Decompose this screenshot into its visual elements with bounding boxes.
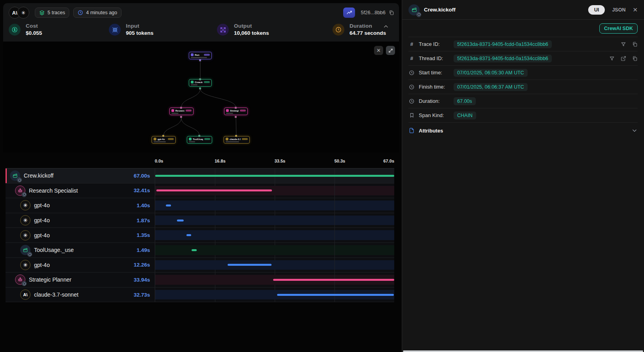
span-bar[interactable] — [155, 175, 394, 177]
connector-dot — [199, 78, 201, 80]
axis-tick: 50.3s — [334, 159, 346, 163]
trace-main-column: A\ ✳ 5 traces 4 minutes ago 5f26...8bb6 — [0, 0, 402, 352]
crewai-sub-badge-icon — [416, 12, 421, 17]
span-bar[interactable] — [192, 249, 197, 251]
clock-icon — [78, 10, 83, 15]
provider-avatars: A\ ✳ — [9, 7, 29, 19]
collapse-metrics-chevron-icon[interactable] — [383, 24, 389, 29]
trace-graph-panel[interactable]: Run Crew.kickoff Research Speciali... St… — [3, 42, 399, 152]
bookmark-icon — [408, 113, 415, 118]
axis-tick: 16.8s — [215, 159, 226, 163]
agent-icon — [226, 109, 229, 112]
graph-expand-button[interactable] — [386, 46, 395, 55]
span-details-panel: Crew.kickoff UI JSON ✕ CrewAI SDK # Trac… — [402, 0, 644, 352]
axis-tick: 67.0s — [383, 159, 394, 163]
filter-icon[interactable] — [621, 42, 626, 47]
graph-node-gpt-4o[interactable]: gpt-4o — [152, 136, 176, 144]
anthropic-icon: A\ — [20, 290, 30, 300]
span-row-gpt-4o[interactable]: ✳ gpt-4o 1.40s — [6, 198, 394, 213]
openai-icon: ✳ — [20, 260, 30, 270]
tool-icon — [189, 138, 192, 140]
document-icon — [408, 128, 415, 133]
span-bar[interactable] — [166, 204, 171, 206]
timeline-track — [155, 288, 394, 302]
span-bar[interactable] — [273, 279, 394, 281]
graph-node-run[interactable]: Run — [189, 52, 212, 59]
tab-json[interactable]: JSON — [612, 7, 625, 13]
crewai-sub-badge-icon — [17, 178, 22, 182]
horizontal-scrollbar[interactable] — [403, 350, 643, 352]
close-panel-icon[interactable]: ✕ — [633, 6, 638, 13]
span-row-gpt-4o[interactable]: ✳ gpt-4o 1.35s — [6, 228, 394, 243]
external-link-icon[interactable] — [621, 56, 626, 61]
clock-icon — [408, 98, 415, 104]
span-bar[interactable] — [186, 234, 191, 236]
connector-dot — [199, 87, 201, 89]
graph-close-button[interactable]: ✕ — [374, 46, 383, 55]
node-badge — [204, 138, 210, 140]
row-trace-id: # Trace ID: 5f2613da-8371-9405-fcdd-0a15… — [408, 37, 638, 51]
span-kind-value[interactable]: CHAIN — [454, 112, 476, 119]
node-badge — [186, 110, 192, 112]
timeline-track — [155, 273, 394, 287]
model-icon — [154, 138, 156, 140]
span-bar[interactable] — [228, 264, 272, 266]
agent-robot-icon — [15, 185, 25, 196]
graph-node-toolusage[interactable]: ToolUsage._use — [187, 136, 212, 144]
timeline-track — [155, 213, 394, 228]
openai-logo-icon: ✳ — [17, 7, 29, 19]
chevron-down-icon — [631, 128, 638, 133]
node-subtitle — [226, 113, 233, 114]
details-header: Crew.kickoff UI JSON ✕ — [402, 0, 644, 20]
connector-dot — [198, 135, 200, 137]
thread-id-value[interactable]: 5f2613da-8371-9405-fcdd-0a1534cc8bb6 — [454, 55, 552, 62]
copy-icon[interactable] — [632, 42, 638, 47]
crew-icon — [10, 170, 20, 181]
crewai-sdk-badge[interactable]: CrewAI SDK — [599, 23, 638, 34]
connector-dot — [162, 135, 164, 137]
span-row-toolusage[interactable]: ToolUsage._use 1.49s — [6, 243, 394, 258]
graph-node-claude-sonnet[interactable]: claude-3.7-sonnet — [224, 136, 250, 144]
metrics-chart-button[interactable] — [343, 8, 355, 18]
span-row-gpt-4o[interactable]: ✳ gpt-4o 12.26s — [6, 258, 394, 273]
span-row-gpt-4o[interactable]: ✳ gpt-4o 1.87s — [6, 213, 394, 228]
clock-icon — [408, 84, 415, 90]
timeline-track — [155, 184, 394, 198]
trace-age-badge[interactable]: 4 minutes ago — [73, 8, 122, 18]
run-icon — [191, 53, 194, 56]
copy-trace-id-icon[interactable] — [389, 10, 394, 15]
span-row-research-specialist[interactable]: Research Specialist 32.41s — [6, 184, 394, 199]
copy-icon[interactable] — [632, 56, 638, 61]
crewai-sub-badge-icon — [27, 252, 32, 257]
span-bar[interactable] — [156, 189, 272, 191]
duration-value[interactable]: 67.00s — [454, 97, 476, 105]
span-waterfall: 0.0s 16.8s 33.5s 50.3s 67.0s Crew.kickof… — [6, 156, 394, 302]
expand-diagonal-icon — [388, 48, 393, 53]
span-row-strategic-planner[interactable]: Strategic Planner 33.94s — [6, 273, 394, 288]
span-row-crew-kickoff[interactable]: Crew.kickoff 67.00s — [6, 168, 394, 184]
node-badge — [204, 54, 210, 56]
hash-icon: # — [408, 55, 415, 61]
node-subtitle — [191, 84, 198, 85]
metric-input: Input 905 tokens — [109, 23, 217, 36]
attributes-section-toggle[interactable]: Attributes — [408, 123, 638, 138]
span-row-claude-sonnet[interactable]: A\ claude-3.7-sonnet 32.73s — [6, 288, 394, 303]
time-axis: 0.0s 16.8s 33.5s 50.3s 67.0s — [6, 156, 394, 168]
span-bar[interactable] — [277, 294, 394, 296]
sdk-row: CrewAI SDK — [408, 20, 638, 37]
timeline-track — [155, 228, 394, 242]
trace-id-value[interactable]: 5f2613da-8371-9405-fcdd-0a1534cc8bb6 — [454, 40, 552, 48]
filter-icon[interactable] — [609, 56, 615, 61]
model-icon — [226, 138, 228, 140]
span-bar[interactable] — [177, 220, 184, 221]
timeline-track — [155, 243, 394, 257]
start-time-value[interactable]: 07/01/2025, 06:05:30 AM UTC — [454, 69, 528, 77]
traces-count-badge[interactable]: 5 traces — [35, 8, 69, 18]
trace-summary-header: A\ ✳ 5 traces 4 minutes ago 5f26...8bb6 — [3, 3, 399, 22]
tab-ui[interactable]: UI — [588, 5, 605, 15]
finish-time-value[interactable]: 07/01/2025, 06:06:37 AM UTC — [454, 83, 528, 91]
crewai-sub-badge-icon — [22, 192, 27, 197]
node-badge — [240, 110, 246, 112]
clock-icon — [332, 24, 344, 36]
agent-robot-icon — [15, 274, 25, 285]
